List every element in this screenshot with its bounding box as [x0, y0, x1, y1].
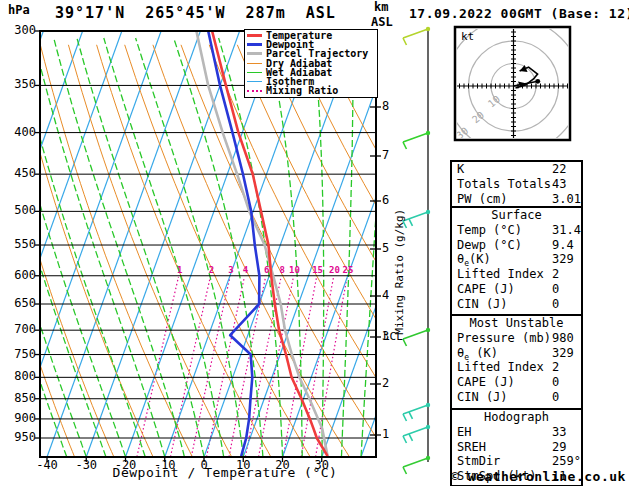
km-tick-label: 5 [382, 242, 389, 255]
pressure-tick-label: 350 [6, 78, 36, 91]
stats-row: CIN (J)0 [452, 390, 581, 405]
stats-row: EH33 [452, 425, 581, 440]
stats-row-label: CIN (J) [457, 390, 508, 404]
stats-row-value: 259° [552, 454, 581, 469]
stats-row-label: θe(K) [457, 252, 491, 266]
x-axis-title: Dewpoint / Temperature (°C) [110, 466, 340, 480]
stats-row-label: Temp (°C) [457, 223, 522, 237]
stats-row: θe (K)329 [452, 346, 581, 361]
pressure-tick-label: 400 [6, 126, 36, 139]
km-tick-label: 8 [382, 100, 389, 113]
stats-row: Lifted Index2 [452, 360, 581, 375]
run-date-title: 17.09.2022 00GMT (Base: 12) [409, 7, 629, 21]
asl-label: ASL [371, 16, 393, 29]
stats-row-value: 9.4 [552, 238, 574, 253]
stats-box-indices: K22Totals Totals43PW (cm)3.01 [450, 160, 583, 209]
stats-box-surface: SurfaceTemp (°C)31.4Dewp (°C)9.4θe(K)329… [450, 206, 583, 317]
stats-row: CAPE (J)0 [452, 375, 581, 390]
stats-row-label: PW (cm) [457, 192, 508, 206]
legend-swatch-wet-adiabat [247, 72, 262, 73]
stats-row-value: 0 [552, 390, 559, 405]
stats-row-value: 0 [552, 282, 559, 297]
stats-box-most-unstable: Most UnstablePressure (mb)980θe (K)329Li… [450, 314, 583, 411]
stats-row: CIN (J)0 [452, 297, 581, 312]
legend-item: Mixing Ratio [245, 86, 377, 95]
stats-row: Temp (°C)31.4 [452, 223, 581, 238]
legend: TemperatureDewpointParcel TrajectoryDry … [244, 29, 378, 98]
legend-swatch-temperature [247, 34, 262, 37]
stats-box-header: Surface [452, 208, 581, 223]
legend-swatch-dewpoint [247, 43, 262, 46]
km-tick-label: 1 [382, 428, 389, 441]
stats-row-value: 33 [552, 425, 566, 440]
stats-row: PW (cm)3.01 [452, 192, 581, 207]
stats-row-label: EH [457, 425, 471, 439]
legend-swatch-isotherm [247, 81, 262, 82]
stats-row-label: Lifted Index [457, 267, 544, 281]
mixing-ratio-label: 2 [202, 266, 220, 275]
pressure-tick-label: 800 [6, 370, 36, 383]
stats-row-value: 2 [552, 267, 559, 282]
km-tick-label: 7 [382, 149, 389, 162]
legend-swatch-mixing-ratio [247, 90, 262, 92]
stats-row-label: CIN (J) [457, 297, 508, 311]
stats-row-label: Dewp (°C) [457, 238, 522, 252]
stats-row: θe(K)329 [452, 252, 581, 267]
pressure-tick-label: 600 [6, 269, 36, 282]
km-tick-label: 6 [382, 194, 389, 207]
stats-row-label: SREH [457, 440, 486, 454]
stats-row-label: CAPE (J) [457, 282, 515, 296]
stats-row-value: 3.01 [552, 192, 581, 207]
km-tick-label: 4 [382, 289, 389, 302]
stats-row: K22 [452, 162, 581, 177]
stats-row-value: 2 [552, 360, 559, 375]
pressure-tick-label: 700 [6, 323, 36, 336]
stats-row-label: K [457, 162, 464, 176]
stats-row: Lifted Index2 [452, 267, 581, 282]
stats-row: Totals Totals43 [452, 177, 581, 192]
mixing-ratio-axis-title: Mixing Ratio (g/kg) [394, 207, 406, 337]
temperature-tick-label: -30 [68, 459, 104, 472]
stats-row-value: 980 [552, 331, 574, 346]
stats-row: SREH29 [452, 440, 581, 455]
stats-row-value: 329 [552, 346, 574, 361]
stats-row: Pressure (mb)980 [452, 331, 581, 346]
skewt-sounding-app: 102030 hPa 39°17'N 265°45'W 287m ASL km … [0, 0, 629, 486]
stats-row-label: StmDir [457, 454, 500, 468]
legend-swatch-dry-adiabat [247, 63, 262, 64]
stats-row: CAPE (J)0 [452, 282, 581, 297]
pressure-tick-label: 900 [6, 412, 36, 425]
pressure-tick-label: 650 [6, 297, 36, 310]
mixing-ratio-label: 25 [339, 266, 357, 275]
hodograph-bg [455, 27, 570, 140]
pressure-tick-label: 550 [6, 238, 36, 251]
stats-row-value: 329 [552, 252, 574, 267]
legend-swatch-parcel-trajectory [247, 52, 262, 55]
mixing-ratio-label: 15 [309, 266, 327, 275]
stats-row-value: 31.4 [552, 223, 581, 238]
pressure-tick-label: 950 [6, 431, 36, 444]
stats-row-value: 22 [552, 162, 566, 177]
pressure-tick-label: 500 [6, 204, 36, 217]
hodograph-unit-label: kt [461, 31, 474, 43]
stats-row-label: CAPE (J) [457, 375, 515, 389]
stats-row-label: θe (K) [457, 346, 498, 360]
stats-row-value: 29 [552, 440, 566, 455]
temperature-tick-label: -40 [29, 459, 65, 472]
stats-row-value: 0 [552, 375, 559, 390]
stats-row-label: Lifted Index [457, 360, 544, 374]
mixing-ratio-label: 4 [237, 266, 255, 275]
storm-motion-dot [535, 79, 540, 84]
km-axis-unit: km [374, 1, 388, 14]
mixing-ratio-label: 10 [285, 266, 303, 275]
stats-row-label: Totals Totals [457, 177, 551, 191]
pressure-tick-label: 300 [6, 24, 36, 37]
mixing-ratio-label: 1 [171, 266, 189, 275]
legend-label: Mixing Ratio [266, 85, 338, 96]
lcl-marker-label: LCL [383, 331, 403, 343]
pressure-tick-label: 750 [6, 348, 36, 361]
pressure-axis-unit: hPa [8, 4, 30, 17]
stats-box-header: Hodograph [452, 410, 581, 425]
station-title: 39°17'N 265°45'W 287m ASL [55, 6, 336, 22]
stats-row-label: Pressure (mb) [457, 331, 551, 345]
